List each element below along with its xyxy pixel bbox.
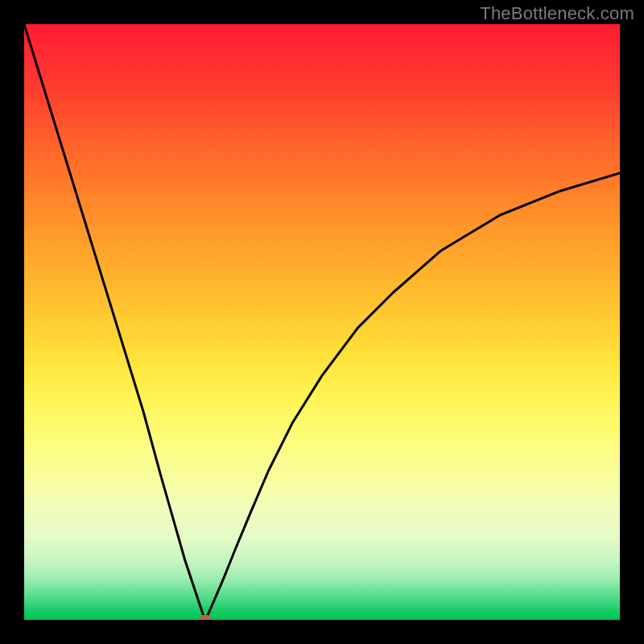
min-marker	[200, 615, 211, 620]
bottleneck-curve	[24, 24, 620, 620]
chart-frame: TheBottleneck.com	[0, 0, 644, 644]
curve-path	[24, 24, 620, 620]
watermark-text: TheBottleneck.com	[480, 3, 634, 24]
plot-area	[24, 24, 620, 620]
